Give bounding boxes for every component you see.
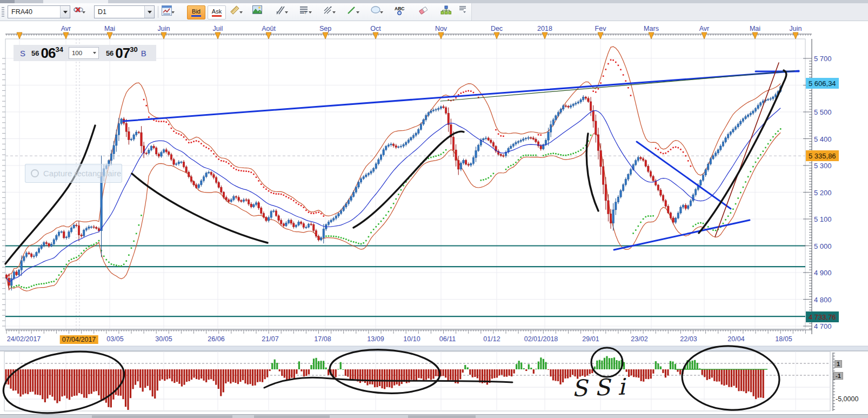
month-label: Juil	[213, 25, 223, 32]
month-marker[interactable]	[793, 32, 798, 39]
date-label[interactable]: 03/05	[106, 335, 123, 343]
price-tag: 4 733,76	[806, 311, 839, 322]
bid-price-sup[interactable]: 34	[55, 45, 63, 54]
scrollbar-thumb[interactable]	[92, 415, 232, 418]
date-label[interactable]: 18/05	[775, 335, 792, 343]
month-label: Mars	[644, 25, 659, 32]
capture-icon	[31, 169, 39, 177]
bid-price-big[interactable]: 06	[41, 45, 55, 62]
price-axis-label: 5 200	[814, 188, 832, 196]
date-label[interactable]: 24/02/2017	[7, 335, 41, 343]
freehand-annotations-layer	[5, 70, 786, 264]
month-marker[interactable]	[373, 32, 378, 39]
ssi-axis-label: -5,0000	[836, 395, 858, 403]
date-label[interactable]: 06/11	[439, 335, 456, 343]
month-label: Fev	[595, 25, 606, 32]
price-axis-label: 5 400	[814, 135, 832, 143]
month-label: Avr	[61, 25, 71, 32]
date-label[interactable]: 10/10	[403, 335, 420, 343]
ssi-axis-label: 1	[834, 360, 842, 368]
month-marker[interactable]	[598, 32, 603, 39]
month-marker[interactable]	[702, 32, 707, 39]
capture-rectangle-button[interactable]: Capture rectangulaire	[25, 164, 122, 183]
price-axis-label: 5 300	[814, 162, 832, 170]
price-axis-label: 5 000	[814, 242, 832, 250]
month-marker[interactable]	[215, 32, 221, 39]
horizontal-scrollbar[interactable]	[0, 414, 868, 418]
month-marker[interactable]	[494, 32, 499, 39]
quote-panel: S 56 06 34 100 56 07 30 B	[14, 45, 156, 61]
freehand-line[interactable]	[699, 70, 786, 233]
date-label[interactable]: 26/06	[208, 335, 224, 343]
date-label[interactable]: 23/02	[631, 335, 647, 343]
date-label[interactable]: 13/09	[367, 335, 384, 343]
capture-label: Capture rectangulaire	[43, 169, 121, 178]
month-marker[interactable]	[542, 32, 547, 39]
freehand-line[interactable]	[132, 174, 268, 243]
buy-label[interactable]: B	[141, 49, 146, 58]
trading-platform-window: FRA40 D1 Bid	[0, 0, 868, 418]
price-axis-label: 4 700	[814, 322, 832, 330]
date-label[interactable]: 02/01/2018	[524, 335, 558, 343]
date-label[interactable]: 17/08	[314, 335, 331, 343]
month-marker[interactable]	[107, 32, 112, 39]
month-label: Oct	[370, 25, 380, 32]
ask-price-sup[interactable]: 30	[130, 45, 137, 54]
bollinger-bands-layer	[6, 47, 780, 291]
freehand-line[interactable]	[5, 125, 95, 264]
size-caret	[93, 52, 96, 54]
month-label: Nov	[435, 25, 447, 32]
freehand-line[interactable]	[353, 131, 464, 228]
price-axis-label: 4 800	[814, 295, 832, 303]
trendlines-layer	[123, 63, 799, 250]
date-label[interactable]: 30/05	[155, 335, 172, 343]
month-label: Août	[262, 25, 276, 32]
scrollbar-thumb[interactable]	[408, 415, 476, 418]
scrollbar-thumb[interactable]	[254, 415, 330, 418]
month-label: Sep	[319, 25, 331, 32]
month-label: Juin	[790, 25, 802, 32]
month-marker[interactable]	[438, 32, 444, 39]
trendline[interactable]	[440, 71, 794, 101]
month-label: Mai	[750, 25, 760, 32]
ask-price-small[interactable]: 56	[106, 49, 113, 57]
date-label[interactable]: 29/01	[582, 335, 599, 343]
date-label-selected[interactable]: 07/04/2017	[60, 335, 98, 344]
price-tag: 5 606,34	[806, 78, 839, 89]
month-marker[interactable]	[161, 32, 166, 39]
main-chart-canvas[interactable]	[0, 0, 868, 418]
month-label: Dec	[491, 25, 503, 32]
trendline[interactable]	[715, 63, 779, 237]
ask-price-big[interactable]: 07	[115, 45, 130, 62]
ssi-axis-label: -1	[833, 372, 843, 380]
date-label[interactable]: 20/04	[727, 335, 744, 343]
date-label[interactable]: 01/12	[483, 335, 500, 343]
month-label: Avr	[699, 25, 710, 32]
rulers-layer	[2, 32, 812, 334]
date-label[interactable]: 21/07	[262, 335, 278, 343]
price-axis-label: 5 100	[814, 215, 832, 223]
price-axis-label: 4 900	[814, 269, 832, 277]
size-value: 100	[69, 50, 91, 56]
date-label[interactable]: 22/03	[680, 335, 697, 343]
price-axis-label: 5 500	[814, 108, 832, 116]
trendline[interactable]	[123, 71, 799, 121]
month-label: Mai	[104, 25, 115, 32]
candles-layer	[5, 85, 782, 290]
support-lines-layer	[5, 246, 805, 317]
price-axis-label: 5 700	[814, 55, 832, 63]
ssi-handwriting-annotation: SSi	[571, 373, 633, 402]
price-tag: 5 335,86	[806, 150, 839, 161]
month-label: 2018	[537, 25, 552, 32]
sell-label[interactable]: S	[20, 49, 25, 58]
month-marker[interactable]	[266, 32, 271, 39]
size-combobox[interactable]: 100	[69, 47, 99, 59]
month-label: Juin	[158, 25, 170, 32]
bid-price-small[interactable]: 56	[31, 49, 39, 57]
